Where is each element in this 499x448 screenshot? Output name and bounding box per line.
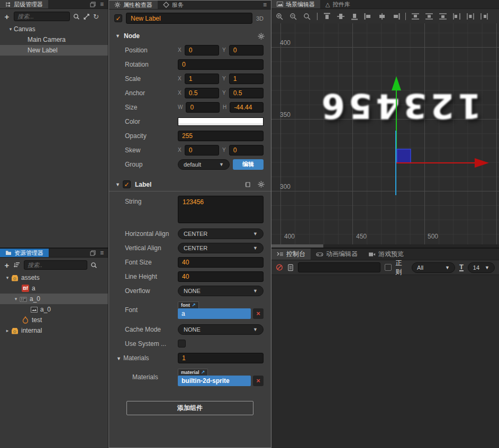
font-asset-field[interactable]: a bbox=[178, 308, 251, 319]
rotation-input[interactable] bbox=[178, 59, 264, 70]
scale-y-input[interactable] bbox=[229, 74, 264, 84]
tab-animation-editor[interactable]: 动画编辑器 bbox=[311, 249, 363, 260]
align-bottom-icon[interactable] bbox=[350, 13, 359, 20]
hierarchy-search-input[interactable] bbox=[14, 12, 70, 21]
position-x-input[interactable] bbox=[185, 45, 219, 56]
chevron-right-icon[interactable]: ▸ bbox=[4, 328, 11, 333]
cache-mode-dropdown[interactable]: NONE ▼ bbox=[178, 324, 264, 335]
gizmo-y-axis-arrow[interactable] bbox=[392, 76, 401, 90]
sort-icon[interactable] bbox=[14, 262, 21, 268]
asset-assets-folder[interactable]: ▾ assets bbox=[0, 272, 108, 283]
tab-scene-editor[interactable]: 场景编辑器 bbox=[271, 0, 320, 8]
asset-scene-test[interactable]: test bbox=[0, 315, 108, 325]
tab-properties[interactable]: 属性检查器 bbox=[109, 1, 158, 9]
material-asset-field[interactable]: builtin-2d-sprite bbox=[178, 376, 251, 386]
clear-console-icon[interactable] bbox=[276, 263, 283, 271]
distribute-top-icon[interactable] bbox=[411, 13, 420, 20]
tab-hierarchy[interactable]: 层级管理器 bbox=[0, 0, 48, 8]
tab-assets[interactable]: 资源管理器 bbox=[0, 249, 49, 257]
horizontal-scrollbar[interactable] bbox=[271, 244, 499, 248]
gizmo-xy-plane-handle[interactable] bbox=[397, 149, 411, 163]
size-w-input[interactable] bbox=[186, 102, 220, 113]
panel-menu-icon[interactable]: ≡ bbox=[100, 249, 104, 257]
vertical-align-dropdown[interactable]: CENTER ▼ bbox=[178, 243, 264, 253]
chevron-down-icon[interactable]: ▾ bbox=[4, 275, 11, 280]
distribute-right-icon[interactable] bbox=[480, 13, 488, 20]
log-level-dropdown[interactable]: All ▼ bbox=[412, 262, 455, 273]
group-dropdown[interactable]: default ▼ bbox=[178, 159, 230, 170]
align-v-center-icon[interactable] bbox=[337, 13, 345, 20]
scale-x-input[interactable] bbox=[185, 74, 219, 84]
assets-search-input[interactable] bbox=[24, 260, 87, 270]
position-y-input[interactable] bbox=[229, 45, 264, 56]
align-h-center-icon[interactable] bbox=[378, 13, 386, 20]
panel-menu-icon[interactable]: ≡ bbox=[263, 1, 267, 8]
panel-menu-icon[interactable]: ≡ bbox=[100, 1, 104, 8]
search-icon[interactable] bbox=[90, 262, 97, 269]
clear-font-button[interactable]: × bbox=[253, 308, 264, 319]
add-component-button[interactable]: 添加组件 bbox=[126, 401, 253, 415]
opacity-input[interactable] bbox=[178, 131, 264, 141]
hierarchy-node-canvas[interactable]: ▾ Canvas bbox=[0, 24, 108, 34]
zoom-out-icon[interactable] bbox=[289, 13, 298, 20]
distribute-h-center-icon[interactable] bbox=[466, 13, 475, 20]
font-size-input[interactable] bbox=[178, 257, 264, 268]
docs-icon[interactable] bbox=[244, 181, 251, 188]
line-height-input[interactable] bbox=[178, 271, 264, 282]
log-file-icon[interactable] bbox=[287, 264, 294, 271]
asset-font-a0[interactable]: ▾ a_0 bbox=[0, 294, 108, 304]
node-section-header[interactable]: ▼ Node bbox=[109, 29, 271, 43]
string-textarea[interactable] bbox=[178, 196, 264, 223]
clear-material-button[interactable]: × bbox=[253, 376, 264, 386]
chevron-down-icon[interactable]: ▾ bbox=[7, 26, 14, 32]
hierarchy-node-main-camera[interactable]: Main Camera bbox=[0, 34, 108, 45]
color-swatch[interactable] bbox=[178, 117, 264, 126]
align-right-icon[interactable] bbox=[392, 13, 400, 20]
chevron-down-icon[interactable]: ▼ bbox=[115, 182, 123, 187]
align-left-icon[interactable] bbox=[364, 13, 373, 20]
anchor-x-input[interactable] bbox=[185, 88, 219, 98]
materials-count-input[interactable] bbox=[178, 353, 264, 363]
regex-checkbox[interactable] bbox=[385, 264, 391, 271]
chevron-down-icon[interactable]: ▾ bbox=[13, 296, 19, 301]
chevron-down-icon[interactable]: ▼ bbox=[115, 33, 123, 39]
size-h-input[interactable] bbox=[230, 102, 264, 113]
distribute-v-center-icon[interactable] bbox=[425, 13, 433, 20]
refresh-icon[interactable]: ↻ bbox=[93, 13, 99, 20]
node-name-input[interactable] bbox=[126, 13, 252, 24]
group-edit-button[interactable]: 编辑 bbox=[233, 159, 264, 170]
node-active-checkbox[interactable]: ✓ bbox=[114, 14, 122, 22]
distribute-bottom-icon[interactable] bbox=[439, 13, 447, 20]
console-filter-input[interactable] bbox=[298, 262, 380, 272]
external-link-icon[interactable]: ↗ bbox=[201, 370, 205, 375]
tab-widget-library[interactable]: △ 控件库 bbox=[320, 0, 355, 8]
gizmo-x-axis-arrow[interactable] bbox=[475, 158, 489, 168]
horizontal-align-dropdown[interactable]: CENTER ▼ bbox=[178, 228, 264, 239]
anchor-y-input[interactable] bbox=[229, 88, 264, 98]
skew-x-input[interactable] bbox=[185, 145, 219, 156]
label-section-header[interactable]: ▼ ✓ Label bbox=[109, 178, 271, 191]
expand-all-icon[interactable] bbox=[83, 13, 90, 20]
chevron-down-icon[interactable]: ▼ bbox=[116, 356, 121, 361]
distribute-left-icon[interactable] bbox=[452, 13, 461, 20]
external-link-icon[interactable]: ↗ bbox=[192, 303, 196, 308]
float-panel-icon[interactable] bbox=[90, 2, 96, 7]
asset-bitmap-font-a[interactable]: Bf a bbox=[0, 283, 108, 294]
scrollbar-thumb[interactable] bbox=[271, 244, 323, 248]
gear-icon[interactable] bbox=[258, 33, 265, 40]
search-icon[interactable] bbox=[73, 13, 80, 20]
float-panel-icon[interactable] bbox=[90, 250, 96, 256]
gear-icon[interactable] bbox=[258, 181, 265, 188]
console-output[interactable] bbox=[271, 275, 499, 448]
zoom-icon[interactable] bbox=[303, 13, 312, 20]
hierarchy-node-new-label[interactable]: New Label bbox=[0, 45, 108, 56]
use-system-font-checkbox[interactable] bbox=[178, 340, 186, 348]
transform-gizmo[interactable] bbox=[271, 23, 499, 244]
tab-console[interactable]: 控制台 bbox=[271, 249, 311, 260]
assets-create-button[interactable]: + bbox=[3, 261, 11, 270]
tab-services[interactable]: 服务 bbox=[158, 1, 189, 9]
align-top-icon[interactable] bbox=[323, 13, 331, 20]
skew-y-input[interactable] bbox=[229, 145, 264, 156]
console-font-size-dropdown[interactable]: 14 ▼ bbox=[468, 262, 495, 273]
scene-canvas[interactable]: 400 350 300 400 450 500 123456 bbox=[271, 23, 499, 244]
